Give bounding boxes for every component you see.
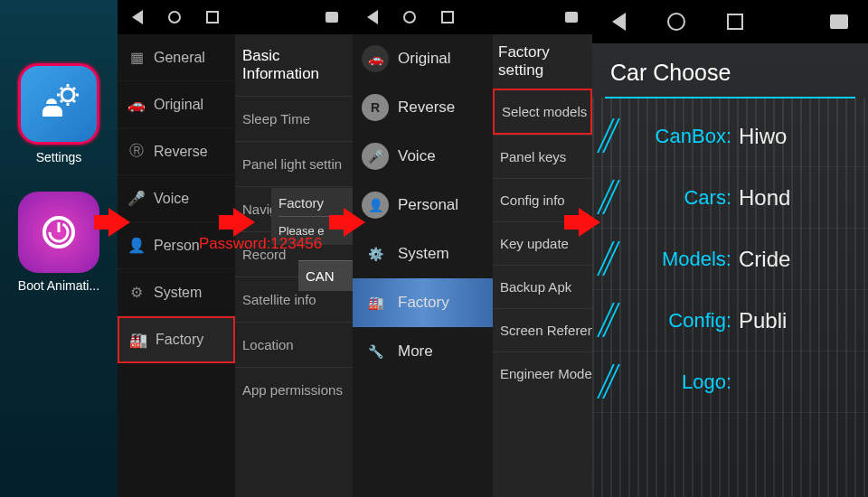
recent-icon[interactable]: [441, 11, 454, 23]
reverse-icon: Ⓡ: [127, 142, 146, 162]
slash-icon: [601, 241, 618, 277]
row-perm[interactable]: App permissions: [235, 367, 353, 412]
step-arrow-icon: [108, 208, 130, 237]
dialog-title: Factory: [278, 195, 353, 217]
gear-icon: ⚙️: [362, 240, 389, 267]
mic-icon: 🎤: [127, 189, 146, 209]
power-icon[interactable]: [18, 192, 99, 273]
sidebar-item-more[interactable]: 🔧More: [353, 327, 493, 376]
row-backup-apk[interactable]: Backup Apk: [493, 265, 592, 308]
sidebar-item-personal[interactable]: 👤Personal: [353, 181, 493, 230]
home-icon[interactable]: [667, 13, 685, 31]
sidebar-item-system[interactable]: ⚙️System: [353, 230, 493, 278]
mic-icon: 🎤: [362, 143, 389, 170]
home-screen: Settings Boot Animati...: [0, 0, 118, 497]
car-icon: 🚗: [127, 95, 146, 115]
slash-icon: [601, 364, 618, 400]
row-panel-keys[interactable]: Panel keys: [493, 135, 592, 178]
sidebar-item-general[interactable]: ▦General: [118, 34, 235, 81]
boot-animation-app[interactable]: Boot Animati...: [18, 192, 99, 293]
info-header: Basic Information: [235, 34, 353, 96]
sidebar-item-voice[interactable]: 🎤Voice: [353, 132, 493, 181]
sidebar-item-reverse[interactable]: ⓇReverse: [118, 128, 235, 175]
car-choose-screen: Car Choose CanBox:Hiwo Cars:Hond Models:…: [592, 0, 868, 497]
settings-sidebar: ▦General 🚗Original ⓇReverse 🎤Voice 👤Pers…: [118, 34, 235, 497]
row-select-models[interactable]: Select models: [493, 89, 592, 135]
row-sleep[interactable]: Sleep Time: [235, 96, 353, 141]
person-icon: 👤: [362, 192, 389, 219]
row-panel[interactable]: Panel light settin: [235, 141, 353, 186]
settings-sidebar: 🚗Original RReverse 🎤Voice 👤Personal ⚙️Sy…: [353, 34, 493, 497]
home-icon[interactable]: [168, 11, 181, 23]
gallery-icon[interactable]: [565, 12, 578, 23]
android-navbar: [592, 0, 868, 43]
settings-label: Settings: [36, 150, 82, 164]
slash-icon: [601, 180, 618, 216]
sidebar-item-factory[interactable]: 🏭Factory: [353, 278, 493, 327]
factory-header: Factory setting: [493, 34, 592, 89]
slash-icon: [601, 118, 618, 155]
back-icon[interactable]: [367, 10, 378, 24]
step-arrow-icon: [344, 208, 365, 237]
settings-screen-1: ▦General 🚗Original ⓇReverse 🎤Voice 👤Pers…: [118, 0, 353, 497]
cancel-button[interactable]: CAN: [298, 260, 353, 291]
back-icon[interactable]: [132, 10, 143, 24]
back-icon[interactable]: [612, 13, 626, 31]
password-hint: Password:123456: [199, 235, 322, 253]
sidebar-item-factory[interactable]: 🏭Factory: [118, 316, 235, 363]
step-arrow-icon: [579, 208, 600, 237]
settings-icon[interactable]: [18, 63, 99, 145]
page-title: Car Choose: [592, 43, 868, 97]
android-navbar: [118, 0, 353, 34]
factory-icon: 🏭: [128, 330, 148, 350]
person-icon: 👤: [127, 236, 146, 256]
home-icon[interactable]: [403, 11, 416, 23]
sidebar-item-original[interactable]: 🚗Original: [353, 34, 493, 83]
gallery-icon[interactable]: [326, 12, 338, 23]
sidebar-item-original[interactable]: 🚗Original: [118, 81, 235, 128]
row-loc[interactable]: Location: [235, 322, 353, 367]
car-icon: 🚗: [362, 45, 389, 72]
wrench-icon: 🔧: [362, 338, 389, 365]
settings-screen-2: 🚗Original RReverse 🎤Voice 👤Personal ⚙️Sy…: [353, 0, 592, 497]
grid-icon: ▦: [127, 48, 146, 68]
gallery-icon[interactable]: [830, 14, 848, 29]
recent-icon[interactable]: [727, 14, 743, 30]
svg-point-0: [61, 89, 74, 101]
sidebar-item-reverse[interactable]: RReverse: [353, 83, 493, 132]
android-navbar: [353, 0, 592, 34]
factory-icon: 🏭: [362, 289, 389, 316]
sidebar-item-voice[interactable]: 🎤Voice: [118, 175, 235, 222]
reverse-icon: R: [362, 94, 389, 121]
slash-icon: [601, 303, 618, 339]
step-arrow-icon: [233, 208, 255, 237]
boot-label: Boot Animati...: [18, 278, 99, 293]
info-pane: Basic Information Sleep Time Panel light…: [235, 34, 353, 497]
gear-icon: ⚙: [127, 283, 146, 303]
settings-app[interactable]: Settings: [18, 63, 99, 164]
recent-icon[interactable]: [206, 11, 219, 23]
row-screen-ref[interactable]: Screen Referen: [493, 308, 592, 352]
sidebar-item-system[interactable]: ⚙System: [118, 269, 235, 316]
row-engineer-mode[interactable]: Engineer Mode: [493, 352, 592, 395]
factory-pane: Factory setting Select models Panel keys…: [493, 34, 592, 497]
